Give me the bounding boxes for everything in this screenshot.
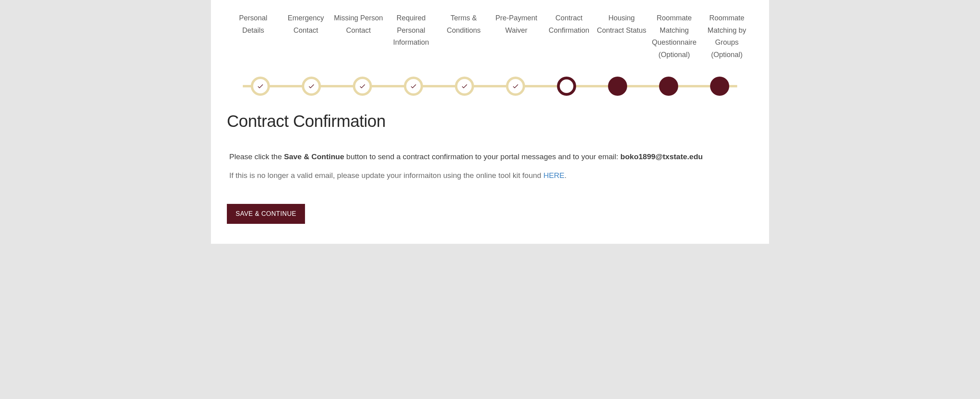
step-label[interactable]: Contract Confirmation <box>543 12 595 61</box>
check-icon <box>512 83 519 90</box>
step-circle-future[interactable] <box>659 77 678 96</box>
progress-bar <box>235 77 745 96</box>
check-icon <box>359 83 366 90</box>
here-link[interactable]: HERE <box>543 171 565 180</box>
intro-mid: button to send a contract confirmation t… <box>344 152 620 161</box>
step-label[interactable]: Personal Details <box>227 12 279 61</box>
step-label[interactable]: Emergency Contact <box>279 12 332 61</box>
intro-pre: Please click the <box>229 152 284 161</box>
step-circle-completed[interactable] <box>302 77 321 96</box>
step-circle-completed[interactable] <box>251 77 270 96</box>
sub-text: If this is no longer a valid email, plea… <box>227 171 753 180</box>
check-icon <box>308 83 315 90</box>
step-circle-future[interactable] <box>710 77 729 96</box>
sub-pre: If this is no longer a valid email, plea… <box>229 171 543 180</box>
intro-email: boko1899@txstate.edu <box>620 152 703 161</box>
step-label[interactable]: Terms & Conditions <box>437 12 490 61</box>
intro-bold-save: Save & Continue <box>284 152 344 161</box>
check-icon <box>257 83 264 90</box>
step-circle-completed[interactable] <box>404 77 423 96</box>
step-label[interactable]: Roommate Matching Questionnaire (Optiona… <box>648 12 701 61</box>
step-circle-completed[interactable] <box>353 77 372 96</box>
check-icon <box>461 83 468 90</box>
stepper-labels: Personal Details Emergency Contact Missi… <box>227 12 753 61</box>
page-title: Contract Confirmation <box>227 112 753 131</box>
step-label[interactable]: Housing Contract Status <box>595 12 648 61</box>
intro-text: Please click the Save & Continue button … <box>227 151 753 163</box>
step-circle-completed[interactable] <box>506 77 525 96</box>
save-continue-button[interactable]: SAVE & CONTINUE <box>227 204 305 224</box>
step-label[interactable]: Required Personal Information <box>385 12 437 61</box>
main-container: Personal Details Emergency Contact Missi… <box>211 0 769 244</box>
step-label[interactable]: Pre-Payment Waiver <box>490 12 543 61</box>
step-label[interactable]: Roommate Matching by Groups (Optional) <box>701 12 753 61</box>
check-icon <box>410 83 417 90</box>
step-label[interactable]: Missing Person Contact <box>332 12 385 61</box>
sub-post: . <box>565 171 567 180</box>
step-circle-current[interactable] <box>557 77 576 96</box>
step-circle-future[interactable] <box>608 77 627 96</box>
step-circle-completed[interactable] <box>455 77 474 96</box>
